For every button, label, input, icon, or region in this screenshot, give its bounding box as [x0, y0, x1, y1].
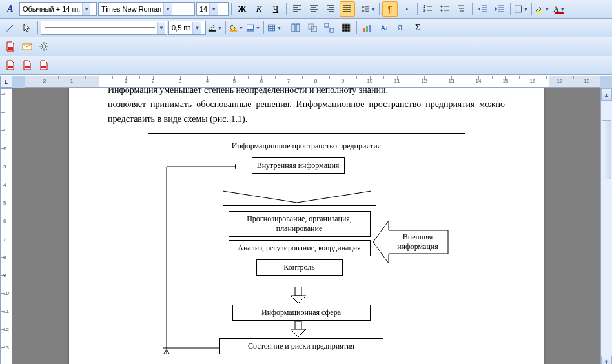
svg-rect-15 [296, 24, 300, 32]
document-viewport[interactable]: Информация уменьшает степень неопределен… [12, 88, 600, 364]
fontsize-combo[interactable]: 14 ▼ [196, 2, 229, 16]
highlight-button[interactable]: ▼ [535, 1, 550, 17]
scroll-down-button[interactable]: ▼ [601, 356, 612, 364]
svg-rect-19 [330, 28, 334, 32]
line-spacing-button[interactable]: ▼ [361, 1, 376, 17]
svg-rect-28 [41, 66, 46, 68]
pdf-icon[interactable] [3, 39, 18, 54]
align-left-button[interactable] [289, 1, 305, 17]
svg-point-25 [42, 45, 46, 48]
scroll-up-button[interactable]: ▲ [601, 88, 612, 101]
columns-button[interactable] [288, 20, 303, 35]
block-mid-2: Анализ, регулирование, координация [229, 240, 371, 256]
pdf-mail-icon[interactable] [19, 39, 35, 54]
pdf-export-2-icon[interactable] [19, 57, 35, 73]
fontsize-text: 14 [199, 5, 207, 13]
italic-button[interactable]: К [251, 1, 267, 17]
paragraph-2: позволяет принимать обоснованные решения… [108, 97, 505, 126]
fill-color-button[interactable]: ▼ [229, 20, 244, 35]
group-button[interactable] [305, 20, 320, 35]
diagram-frame: Информационное пространство предприятия … [148, 133, 465, 364]
chevron-down-icon: ▼ [209, 3, 218, 15]
align-justify-button[interactable] [340, 1, 355, 17]
svg-text:2: 2 [423, 8, 426, 12]
sort-desc-button[interactable]: Я↓ [393, 20, 409, 35]
style-combo[interactable]: Обычный + 14 пт, ▼ [19, 2, 97, 16]
style-icon[interactable]: A [3, 1, 18, 17]
align-right-button[interactable] [323, 1, 338, 17]
grid-button[interactable] [338, 20, 354, 35]
svg-rect-11 [247, 25, 254, 29]
ruler-v-gutter: 1123456789101112131415 [0, 88, 12, 364]
svg-rect-13 [269, 25, 275, 31]
font-combo-text: Times New Roman [101, 5, 161, 13]
select-objects-button[interactable] [19, 20, 35, 35]
scroll-thumb[interactable] [602, 120, 611, 179]
svg-point-7 [6, 30, 8, 32]
svg-rect-5 [536, 11, 543, 12]
vertical-ruler[interactable]: 1123456789101112131415 [0, 88, 12, 364]
vertical-scrollbar[interactable]: ▲ ▼ ○ ▴ ▾ [600, 88, 612, 364]
line-weight-text: 0,5 пт [172, 24, 190, 32]
svg-rect-12 [247, 30, 254, 32]
pilcrow-split-button[interactable]: ▸ [399, 1, 414, 17]
ungroup-button[interactable] [321, 20, 337, 35]
decrease-indent-button[interactable] [475, 1, 491, 17]
line-color-button[interactable]: ▼ [207, 20, 223, 35]
settings-icon[interactable] [36, 39, 52, 54]
numbered-list-button[interactable]: 12 [420, 1, 436, 17]
connector-line-icon [163, 346, 221, 350]
insert-table-button[interactable]: ▼ [267, 20, 282, 35]
app-window: A Обычный + 14 пт, ▼ Times New Roman ▼ 1… [0, 0, 612, 364]
ruler-row: L 21123456789101112131415161718 [0, 75, 612, 88]
underline-button[interactable]: Ч [268, 1, 283, 17]
svg-rect-26 [8, 66, 13, 68]
sort-asc-button[interactable]: А↓ [376, 20, 392, 35]
svg-rect-20 [363, 28, 365, 32]
svg-marker-29 [235, 164, 236, 169]
font-color-button[interactable]: A▼ [551, 1, 567, 17]
scroll-track[interactable] [601, 101, 612, 356]
svg-rect-31 [295, 287, 301, 296]
svg-marker-32 [291, 296, 306, 303]
block-internal: Внутренняя информация [252, 157, 345, 174]
horizontal-ruler[interactable]: 21123456789101112131415161718 [25, 76, 600, 88]
svg-rect-4 [515, 6, 522, 12]
svg-rect-27 [25, 66, 30, 68]
svg-rect-21 [366, 26, 368, 32]
svg-rect-10 [230, 30, 237, 32]
increase-indent-button[interactable] [492, 1, 507, 17]
paragraph-cut: Информация уменьшает степень неопределен… [108, 88, 505, 97]
svg-point-3 [441, 10, 443, 12]
style-combo-text: Обычный + 14 пт, [23, 5, 80, 13]
arrow-down-icon [291, 321, 306, 337]
formatting-toolbar: A Обычный + 14 пт, ▼ Times New Roman ▼ 1… [0, 0, 612, 19]
svg-rect-23 [8, 47, 13, 50]
align-center-button[interactable] [306, 1, 321, 17]
block-mid-3: Контроль [256, 259, 343, 276]
draw-icon[interactable] [3, 20, 18, 35]
tab-selector[interactable]: L [0, 76, 12, 88]
svg-point-2 [441, 6, 443, 8]
block-state: Состояние и риски предприятия [219, 338, 383, 354]
svg-rect-18 [325, 23, 329, 27]
borders-button[interactable]: ▼ [513, 1, 529, 17]
bold-button[interactable]: Ж [234, 1, 250, 17]
sum-button[interactable]: Σ [410, 20, 425, 35]
mid-block-group: Прогнозирование, организация, планирован… [223, 205, 376, 281]
shape-fill-button[interactable]: ▼ [245, 20, 261, 35]
chart-button[interactable] [360, 20, 375, 35]
block-mid-1: Прогнозирование, организация, планирован… [229, 211, 371, 237]
multilevel-list-button[interactable] [454, 1, 469, 17]
pilcrow-button[interactable]: ¶ [382, 1, 398, 17]
font-combo[interactable]: Times New Roman ▼ [98, 2, 195, 16]
pdf-export-3-icon[interactable] [36, 57, 52, 73]
svg-rect-14 [292, 24, 295, 32]
pdf-export-1-icon[interactable] [3, 57, 18, 73]
bulleted-list-button[interactable] [437, 1, 453, 17]
work-area: 1123456789101112131415 Информация уменьш… [0, 88, 612, 364]
line-weight-combo[interactable]: 0,5 пт ▼ [168, 21, 206, 35]
line-style-combo[interactable]: ▼ [41, 21, 167, 35]
arrow-down-large-icon [223, 179, 371, 203]
chevron-down-icon: ▼ [157, 22, 165, 34]
